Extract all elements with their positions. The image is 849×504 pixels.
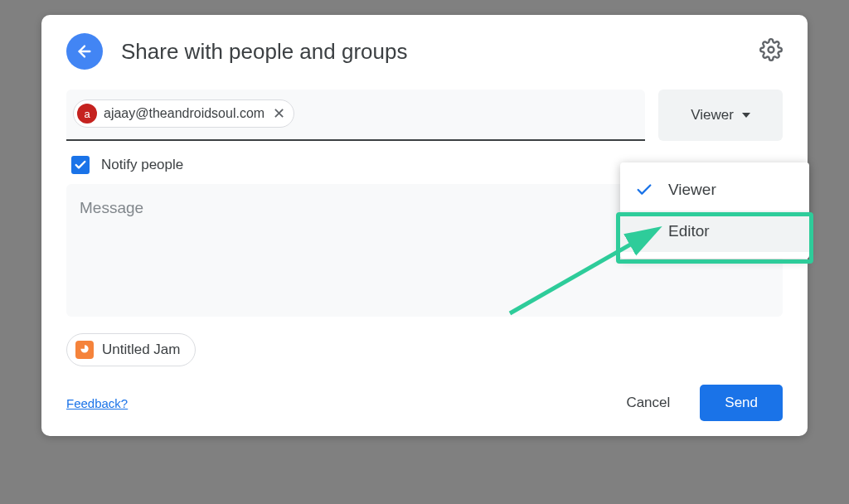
send-button[interactable]: Send — [700, 385, 783, 421]
message-placeholder: Message — [80, 199, 143, 216]
dialog-header: Share with people and groups — [66, 33, 783, 70]
role-option-label: Viewer — [668, 181, 716, 199]
role-option-label: Editor — [668, 222, 710, 240]
jamboard-icon — [75, 341, 94, 359]
arrow-left-icon — [75, 42, 94, 61]
feedback-link[interactable]: Feedback? — [66, 396, 128, 410]
back-button[interactable] — [66, 33, 103, 70]
caret-down-icon — [742, 113, 750, 118]
svg-point-1 — [769, 47, 774, 53]
role-dropdown: Viewer Editor — [620, 162, 809, 259]
dialog-title: Share with people and groups — [121, 39, 741, 65]
role-option-viewer[interactable]: Viewer — [620, 169, 809, 211]
remove-recipient-button[interactable]: ✕ — [273, 104, 285, 123]
recipients-row: a ajaay@theandroidsoul.com ✕ Viewer — [66, 90, 783, 141]
recipients-input[interactable]: a ajaay@theandroidsoul.com ✕ — [66, 90, 645, 141]
notify-label: Notify people — [101, 157, 183, 173]
notify-checkbox[interactable] — [71, 156, 90, 174]
role-selector-label: Viewer — [691, 107, 734, 124]
settings-button[interactable] — [759, 38, 783, 65]
footer-actions: Cancel Send — [613, 385, 783, 421]
recipient-email: ajaay@theandroidsoul.com — [104, 106, 264, 121]
cancel-button[interactable]: Cancel — [613, 386, 683, 419]
recipient-chip[interactable]: a ajaay@theandroidsoul.com ✕ — [73, 99, 294, 128]
share-dialog: Share with people and groups a ajaay@the… — [41, 15, 808, 436]
attachment-name: Untitled Jam — [102, 342, 180, 358]
gear-icon — [759, 38, 783, 61]
check-icon — [635, 181, 653, 199]
role-option-editor[interactable]: Editor — [620, 211, 809, 252]
attachment-chip[interactable]: Untitled Jam — [66, 333, 196, 366]
dialog-footer: Feedback? Cancel Send — [66, 385, 783, 421]
avatar: a — [77, 104, 97, 124]
check-icon — [74, 158, 87, 172]
role-selector-button[interactable]: Viewer — [658, 90, 783, 141]
